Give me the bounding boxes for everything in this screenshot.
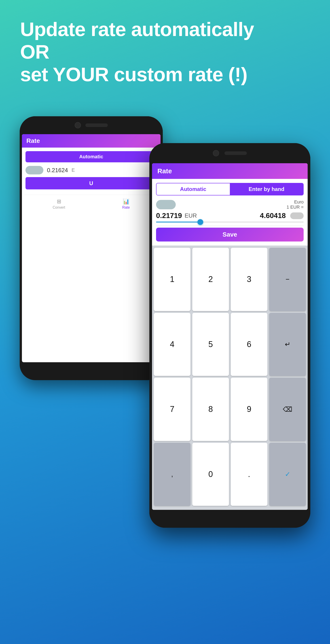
headline-line2: OR — [20, 40, 310, 63]
back-rate-value: 0.21624 — [47, 167, 68, 174]
back-toggle[interactable] — [26, 166, 43, 174]
front-rate-number: 0.21719 — [156, 212, 182, 220]
key-8[interactable]: 8 — [192, 378, 229, 441]
headline-line3: set YOUR custom rate (!) — [20, 63, 310, 86]
key-minus[interactable]: − — [269, 248, 306, 311]
key-backspace[interactable]: ⌫ — [269, 378, 306, 441]
back-app-title: Rate — [26, 137, 40, 144]
front-tab-row: Automatic Enter by hand — [156, 183, 304, 196]
key-3[interactable]: 3 — [231, 248, 268, 311]
grid-icon: ⊞ — [57, 198, 61, 204]
back-header: Rate — [22, 134, 160, 148]
back-rate-unit: E — [72, 167, 75, 173]
front-rate-details: 0.21719 EUR 4.60418 — [156, 212, 304, 220]
phones-area: Rate Automatic 0.21624 E U ⊞ Convert — [20, 116, 310, 586]
front-tab-enter-by-hand[interactable]: Enter by hand — [230, 183, 303, 195]
keyboard-row-2: 4 5 6 ↵ — [153, 313, 307, 376]
nav-rate[interactable]: 📊 Rate — [122, 198, 130, 210]
back-tab-row: Automatic — [26, 151, 157, 162]
front-header: Rate — [152, 163, 308, 179]
divider — [156, 226, 304, 226]
headline: Update rate automatically OR set YOUR cu… — [0, 0, 330, 95]
key-comma[interactable]: , — [154, 443, 190, 506]
back-phone: Rate Automatic 0.21624 E U ⊞ Convert — [20, 116, 163, 380]
front-notch — [149, 143, 310, 163]
back-bottom-nav: ⊞ Convert 📊 Rate — [24, 195, 158, 213]
back-speaker — [86, 124, 108, 127]
eur-equals: 1 EUR = — [287, 204, 304, 210]
keyboard-row-1: 1 2 3 − — [153, 248, 307, 311]
back-notch — [20, 116, 163, 134]
front-rate-row-top: Euro 1 EUR = — [156, 200, 304, 210]
back-slider-area: 0.21624 E — [26, 166, 157, 174]
back-save-btn[interactable]: U — [26, 177, 157, 190]
front-screen: Rate Automatic Enter by hand Euro 1 EUR … — [152, 163, 308, 510]
keyboard-area: 1 2 3 − 4 5 6 ↵ 7 8 9 ⌫ , — [152, 246, 308, 510]
key-9[interactable]: 9 — [231, 378, 268, 441]
slider-thumb[interactable] — [198, 219, 203, 225]
rate-icon: 📊 — [123, 198, 130, 204]
euro-info-block: Euro 1 EUR = — [287, 200, 304, 210]
key-return[interactable]: ↵ — [269, 313, 306, 376]
key-7[interactable]: 7 — [154, 378, 190, 441]
back-screen: Rate Automatic 0.21624 E U ⊞ Convert — [22, 134, 160, 362]
front-toggle[interactable] — [156, 200, 176, 209]
slider-track — [156, 222, 304, 222]
front-toggle-small[interactable] — [290, 212, 304, 219]
front-app-title: Rate — [158, 167, 172, 175]
front-save-button[interactable]: Save — [156, 228, 304, 242]
key-dot[interactable]: . — [231, 443, 268, 506]
keyboard-row-4: , 0 . ✓ — [153, 443, 307, 506]
back-tab-automatic[interactable]: Automatic — [26, 152, 156, 162]
euro-label: Euro — [287, 200, 304, 204]
front-slider[interactable] — [156, 222, 304, 222]
nav-convert[interactable]: ⊞ Convert — [53, 198, 65, 210]
key-4[interactable]: 4 — [154, 313, 190, 376]
back-content: Automatic 0.21624 E U — [22, 148, 160, 195]
rate-label: Rate — [122, 206, 130, 210]
key-5[interactable]: 5 — [192, 313, 229, 376]
front-speaker — [224, 152, 247, 155]
front-tab-automatic[interactable]: Automatic — [156, 183, 230, 195]
front-bottom-bar — [149, 510, 310, 528]
front-camera — [213, 150, 219, 156]
key-0[interactable]: 0 — [192, 443, 229, 506]
front-content: Automatic Enter by hand Euro 1 EUR = 0.2… — [152, 179, 308, 246]
back-camera — [75, 122, 81, 128]
front-phone: Rate Automatic Enter by hand Euro 1 EUR … — [149, 143, 310, 528]
key-check[interactable]: ✓ — [269, 443, 306, 506]
key-2[interactable]: 2 — [192, 248, 229, 311]
headline-line1: Update rate automatically — [20, 18, 310, 40]
key-6[interactable]: 6 — [231, 313, 268, 376]
front-rate-converted: 4.60418 — [260, 212, 286, 220]
keyboard-row-3: 7 8 9 ⌫ — [153, 378, 307, 441]
convert-label: Convert — [53, 206, 65, 210]
slider-fill — [156, 222, 200, 222]
key-1[interactable]: 1 — [154, 248, 190, 311]
front-rate-unit-label: EUR — [185, 212, 197, 219]
